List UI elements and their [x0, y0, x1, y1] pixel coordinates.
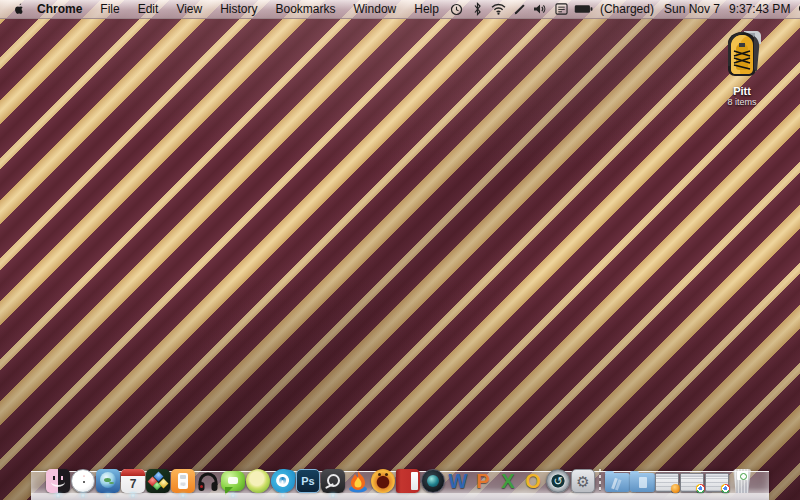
wifi-icon[interactable]	[490, 0, 507, 19]
minimized-window-icon	[680, 473, 704, 492]
flame-icon	[346, 469, 370, 493]
ipod-icon	[171, 469, 195, 493]
dock-word[interactable]: W	[446, 466, 471, 493]
dock-lime-app[interactable]	[246, 466, 271, 493]
gems-icon	[146, 469, 170, 493]
headphones-icon	[196, 469, 220, 493]
dock-minimized-window-2[interactable]	[680, 466, 705, 493]
menu-window[interactable]: Window	[345, 0, 406, 19]
menu-help[interactable]: Help	[405, 0, 448, 19]
desktop-stack-pitt[interactable]: Pitt 8 items	[698, 27, 786, 107]
photoshop-glyph: Ps	[301, 475, 314, 487]
dock-trash[interactable]	[730, 466, 755, 493]
dashboard-icon	[71, 469, 95, 493]
gear-glyph: ⚙	[576, 474, 589, 489]
chat-bubble-icon	[221, 471, 245, 491]
spotlight-search-icon[interactable]	[796, 0, 800, 19]
dock: 7	[37, 460, 763, 500]
dock-applications-folder[interactable]	[605, 466, 630, 493]
menu-bar-date[interactable]: Sun Nov 7	[661, 2, 722, 16]
menu-bookmarks[interactable]: Bookmarks	[267, 0, 345, 19]
dock-globe-planet-app[interactable]	[96, 466, 121, 493]
dock-headphones-app[interactable]	[196, 466, 221, 493]
dock-dashboard[interactable]	[71, 466, 96, 493]
outlook-icon: O	[521, 469, 545, 493]
trash-icon	[732, 469, 753, 493]
dock-minimized-window-1[interactable]	[655, 466, 680, 493]
menu-bar: Chrome File Edit View History Bookmarks …	[0, 0, 800, 19]
steam-icon	[321, 469, 345, 493]
dock-floor	[31, 493, 769, 500]
camera-lens-icon	[421, 469, 445, 493]
open-mouth-face-icon	[371, 469, 395, 493]
minimized-window-icon	[705, 473, 729, 492]
stack-item-count: 8 items	[698, 97, 786, 107]
finder-icon	[46, 469, 70, 493]
photoshop-icon: Ps	[296, 469, 320, 493]
volume-icon[interactable]	[532, 0, 549, 19]
red-book-icon	[396, 469, 420, 493]
outlook-glyph: O	[525, 469, 541, 493]
backpack-icon	[698, 27, 786, 83]
documents-folder-icon	[630, 473, 655, 492]
ink-pen-icon[interactable]	[511, 0, 528, 19]
menu-view[interactable]: View	[167, 0, 211, 19]
time-machine-icon: ↺	[546, 469, 570, 493]
dock-documents-folder[interactable]	[630, 466, 655, 493]
dock-chat-app[interactable]	[221, 466, 246, 493]
dock-gem-game[interactable]	[146, 466, 171, 493]
gear-icon: ⚙	[571, 469, 595, 493]
excel-glyph: X	[501, 469, 514, 493]
apple-logo-icon	[12, 2, 25, 16]
word-icon: W	[446, 469, 470, 493]
dock-excel[interactable]: X	[496, 466, 521, 493]
desktop-wallpaper: Chrome File Edit View History Bookmarks …	[0, 0, 800, 500]
dock-flame-app[interactable]	[346, 466, 371, 493]
excel-icon: X	[496, 469, 520, 493]
menu-history[interactable]: History	[211, 0, 266, 19]
menu-file[interactable]: File	[91, 0, 128, 19]
calendar-icon: 7	[121, 469, 145, 493]
dock-separator	[596, 467, 605, 493]
word-glyph: W	[449, 469, 468, 493]
stack-label: Pitt	[698, 85, 786, 97]
dock-outlook[interactable]: O	[521, 466, 546, 493]
dock-time-machine[interactable]: ↺	[546, 466, 571, 493]
dock-ical[interactable]: 7	[121, 466, 146, 493]
dock-drop-app[interactable]	[271, 466, 296, 493]
input-menu-icon[interactable]	[553, 0, 570, 19]
dock-system-preferences[interactable]: ⚙	[571, 466, 596, 493]
dock-arcade-face-app[interactable]	[371, 466, 396, 493]
bluetooth-icon[interactable]	[469, 0, 486, 19]
time-machine-glyph: ↺	[553, 476, 562, 487]
lime-icon	[246, 469, 270, 493]
menu-chrome[interactable]: Chrome	[28, 0, 91, 19]
powerpoint-icon: P	[471, 469, 495, 493]
water-drop-icon	[269, 467, 296, 494]
dock-photo-booth[interactable]	[421, 466, 446, 493]
battery-icon[interactable]	[574, 0, 593, 19]
planet-globe-icon	[96, 469, 120, 493]
dock-ipod-app[interactable]	[171, 466, 196, 493]
dock-red-book-app[interactable]	[396, 466, 421, 493]
calendar-day-number: 7	[121, 476, 145, 492]
dock-powerpoint[interactable]: P	[471, 466, 496, 493]
applications-folder-icon	[605, 473, 630, 492]
dock-steam[interactable]	[321, 466, 346, 493]
calendar-header	[121, 469, 145, 476]
minimized-window-icon	[655, 473, 679, 492]
powerpoint-glyph: P	[476, 469, 489, 493]
sync-status-icon[interactable]	[448, 0, 465, 19]
dock-minimized-window-3[interactable]	[705, 466, 730, 493]
menu-bar-clock[interactable]: 9:37:43 PM	[726, 2, 792, 16]
dock-finder[interactable]	[46, 466, 71, 493]
menu-edit[interactable]: Edit	[129, 0, 168, 19]
apple-menu[interactable]	[8, 2, 28, 16]
dock-photoshop[interactable]: Ps	[296, 466, 321, 493]
battery-status-label[interactable]: (Charged)	[597, 2, 657, 16]
